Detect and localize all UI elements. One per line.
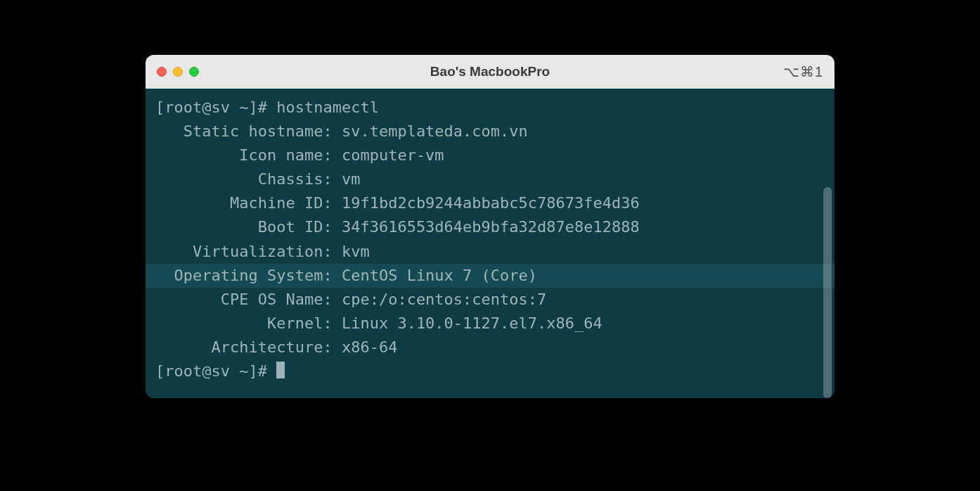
output-label: CPE OS Name: — [155, 288, 333, 312]
output-label: Machine ID: — [155, 191, 333, 215]
scrollbar[interactable] — [823, 187, 832, 398]
titlebar[interactable]: Bao's MacbookPro ⌥⌘1 — [146, 55, 834, 89]
output-value: CentOS Linux 7 (Core) — [333, 267, 537, 284]
cursor-icon — [276, 362, 285, 378]
output-line: Icon name: computer-vm — [146, 144, 834, 167]
window-title: Bao's MacbookPro — [430, 64, 550, 79]
output-label: Architecture: — [155, 336, 333, 359]
output-line: Boot ID: 34f3616553d64eb9bfa32d87e8e1288… — [146, 215, 834, 239]
command: hostnamectl — [276, 98, 379, 116]
output-line: Virtualization: kvm — [146, 240, 834, 264]
output-label: Static hostname: — [155, 120, 333, 144]
output-value: 19f1bd2cb9244abbabc5c78673fe4d36 — [333, 194, 640, 212]
output-label: Operating System: — [155, 264, 333, 288]
output-value: x86-64 — [333, 338, 398, 356]
output-line: CPE OS Name: cpe:/o:centos:centos:7 — [146, 288, 834, 312]
output-line: Operating System: CentOS Linux 7 (Core) — [146, 264, 834, 288]
output-value: kvm — [333, 243, 370, 260]
output-label: Chassis: — [155, 167, 333, 191]
traffic-lights — [157, 67, 199, 77]
shortcut-hint: ⌥⌘1 — [783, 63, 823, 80]
output-line: Static hostname: sv.templateda.com.vn — [146, 120, 834, 144]
terminal-body[interactable]: [root@sv ~]# hostnamectl Static hostname… — [146, 89, 834, 398]
output-value: Linux 3.10.0-1127.el7.x86_64 — [333, 314, 602, 332]
output-value: 34f3616553d64eb9bfa32d87e8e12888 — [333, 218, 640, 236]
command-output: Static hostname: sv.templateda.com.vn Ic… — [146, 120, 834, 359]
output-label: Virtualization: — [155, 240, 333, 264]
output-line: Chassis: vm — [146, 167, 834, 191]
output-line: Architecture: x86-64 — [146, 336, 834, 359]
prompt-line: [root@sv ~]# hostnamectl — [146, 96, 834, 120]
output-line: Machine ID: 19f1bd2cb9244abbabc5c78673fe… — [146, 191, 834, 215]
minimize-button[interactable] — [173, 67, 183, 77]
terminal-window: Bao's MacbookPro ⌥⌘1 [root@sv ~]# hostna… — [146, 55, 834, 398]
prompt: [root@sv ~]# — [155, 362, 276, 380]
output-value: vm — [333, 170, 361, 188]
maximize-button[interactable] — [189, 67, 199, 77]
prompt: [root@sv ~]# — [155, 98, 276, 116]
output-value: computer-vm — [333, 146, 444, 164]
prompt-line: [root@sv ~]# — [146, 359, 834, 383]
output-line: Kernel: Linux 3.10.0-1127.el7.x86_64 — [146, 312, 834, 336]
output-label: Icon name: — [155, 144, 333, 167]
output-label: Kernel: — [155, 312, 333, 336]
output-value: cpe:/o:centos:centos:7 — [333, 291, 547, 308]
close-button[interactable] — [157, 67, 167, 77]
output-label: Boot ID: — [155, 215, 333, 239]
output-value: sv.templateda.com.vn — [333, 122, 528, 140]
